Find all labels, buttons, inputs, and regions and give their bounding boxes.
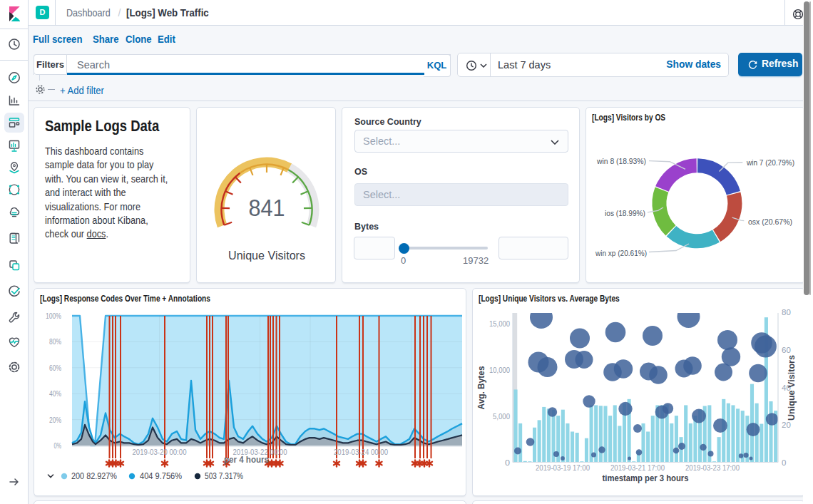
svg-text:win 7 (20.79%): win 7 (20.79%): [746, 158, 794, 167]
svg-text:100%: 100%: [46, 312, 61, 320]
svg-text:60%: 60%: [49, 364, 61, 372]
svg-text:404 9.756%: 404 9.756%: [140, 471, 182, 481]
svg-text:40%: 40%: [49, 389, 61, 398]
svg-text:timestamp per 3 hours: timestamp per 3 hours: [603, 473, 689, 483]
svg-text:2019-03-21 17:00: 2019-03-21 17:00: [610, 463, 665, 472]
svg-text:Unique Visitors: Unique Visitors: [228, 249, 305, 262]
svg-text:ios (18.99%): ios (18.99%): [605, 209, 645, 217]
svg-text:2019-03-23 17:00: 2019-03-23 17:00: [685, 463, 740, 472]
svg-text:80: 80: [782, 308, 791, 317]
svg-text:80%: 80%: [49, 337, 61, 346]
svg-text:841: 841: [249, 195, 285, 221]
svg-text:5,000: 5,000: [493, 412, 510, 421]
svg-text:Unique Visitors: Unique Visitors: [787, 355, 797, 421]
svg-text:0: 0: [782, 458, 786, 467]
svg-text:2019-03-20 00:00: 2019-03-20 00:00: [133, 448, 187, 456]
svg-text:per 4 hours: per 4 hours: [224, 455, 269, 465]
svg-text:2019-03-24 00:00: 2019-03-24 00:00: [334, 448, 388, 456]
svg-text:osx (20.67%): osx (20.67%): [748, 217, 792, 226]
svg-text:Avg. Bytes: Avg. Bytes: [476, 366, 486, 409]
svg-text:200 82.927%: 200 82.927%: [71, 471, 117, 481]
svg-text:20%: 20%: [49, 416, 61, 424]
svg-text:2019-03-19 17:00: 2019-03-19 17:00: [536, 463, 590, 472]
svg-text:60: 60: [782, 346, 791, 354]
svg-text:win 8 (18.93%): win 8 (18.93%): [596, 157, 646, 165]
svg-text:20: 20: [782, 421, 791, 429]
svg-text:10,000: 10,000: [489, 366, 510, 374]
svg-text:503 7.317%: 503 7.317%: [205, 471, 243, 481]
svg-text:win xp (20.61%): win xp (20.61%): [595, 249, 647, 257]
svg-text:0%: 0%: [54, 441, 62, 450]
svg-text:0: 0: [505, 458, 510, 467]
svg-text:15,000: 15,000: [489, 319, 510, 328]
